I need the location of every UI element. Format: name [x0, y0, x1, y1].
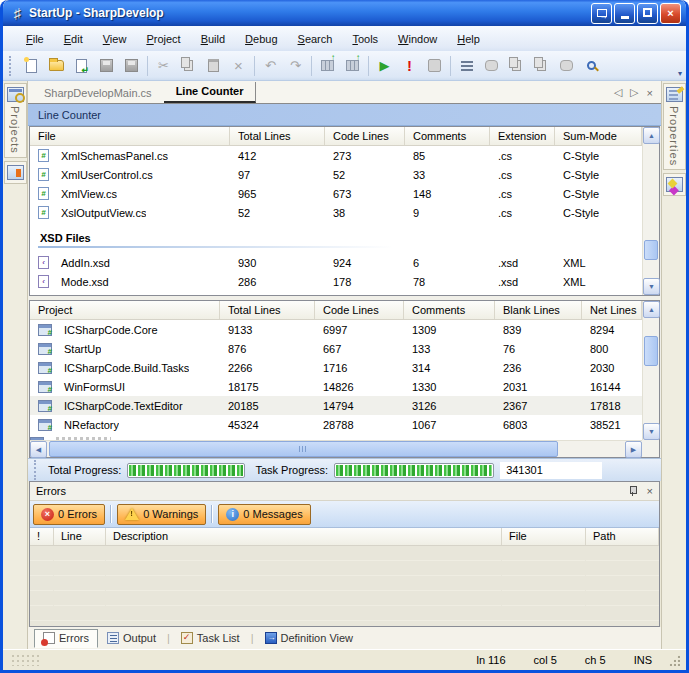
search-button[interactable] [579, 54, 604, 78]
col-blank-lines[interactable]: Blank Lines [495, 301, 582, 319]
menu-debug[interactable]: Debug [236, 30, 286, 48]
rebuild-button[interactable] [340, 54, 365, 78]
tab-task-list[interactable]: Task List [173, 630, 248, 647]
close-button[interactable]: × [660, 3, 681, 24]
prev-bookmark-button[interactable] [504, 54, 529, 78]
new-file-button[interactable] [19, 54, 44, 78]
table-row[interactable]: XmlUserControl.cs 97 52 33 .cs C-Style [30, 165, 642, 184]
undo-button[interactable]: ↶ [258, 54, 283, 78]
scroll-up-icon[interactable]: ▲ [643, 301, 660, 318]
toggle-bookmark-button[interactable] [479, 54, 504, 78]
save-all-button[interactable] [119, 54, 144, 78]
sidebar-tab-classes[interactable] [663, 173, 686, 196]
tab-scroll-right-button[interactable]: ▷ [630, 86, 638, 99]
errors-table-header[interactable]: ! Line Description File Path [30, 528, 659, 546]
scroll-up-icon[interactable]: ▲ [643, 127, 660, 144]
open-file-button[interactable] [44, 54, 69, 78]
table-row[interactable]: ICSharpCode.Core 9133 6997 1309 839 8294 [30, 320, 642, 339]
bookmark-list-button[interactable] [454, 54, 479, 78]
tab-line-counter[interactable]: Line Counter [164, 82, 257, 103]
projects-table-scrollbar[interactable]: ▲ ▼ [642, 301, 659, 440]
col-path[interactable]: Path [586, 528, 659, 545]
panel-close-icon[interactable]: × [647, 485, 653, 497]
sidebar-tab-properties[interactable]: Properties [663, 83, 686, 170]
messages-filter-button[interactable]: i 0 Messages [218, 504, 310, 525]
sidebar-tab-projects[interactable]: Projects [4, 83, 27, 158]
col-net-lines[interactable]: Net Lines [582, 301, 642, 319]
col-sum-mode[interactable]: Sum-Mode [555, 127, 642, 145]
errors-filter-button[interactable]: × 0 Errors [33, 504, 105, 525]
col-severity[interactable]: ! [30, 528, 54, 545]
table-row[interactable]: XslOutputView.cs 52 38 9 .cs C-Style [30, 203, 642, 222]
menu-file[interactable]: File [17, 30, 53, 48]
pin-icon[interactable] [629, 486, 637, 496]
col-code-lines[interactable]: Code Lines [315, 301, 404, 319]
cut-button[interactable]: ✂ [151, 54, 176, 78]
errors-panel-caption[interactable]: Errors × [30, 482, 659, 501]
scroll-right-icon[interactable]: ▶ [625, 441, 642, 458]
stop-button[interactable] [422, 54, 447, 78]
maximize-button[interactable] [637, 3, 658, 24]
col-line[interactable]: Line [54, 528, 106, 545]
sidebar-tab-tools[interactable] [4, 161, 27, 184]
col-comments[interactable]: Comments [404, 301, 495, 319]
title-bar[interactable]: ♯ StartUp - SharpDevelop × [3, 0, 686, 26]
table-row[interactable]: WinFormsUI 18175 14826 1330 2031 16144 [30, 377, 642, 396]
save-button[interactable] [94, 54, 119, 78]
scrollbar-thumb[interactable] [644, 336, 658, 366]
table-row[interactable]: XmlView.cs 965 673 148 .cs C-Style [30, 184, 642, 203]
menu-view[interactable]: View [94, 30, 136, 48]
strip-grip[interactable] [34, 460, 39, 480]
toolbar-overflow-button[interactable]: ▾ [678, 69, 682, 78]
projects-table-header[interactable]: Project Total Lines Code Lines Comments … [30, 301, 642, 320]
toolbar-grip[interactable] [9, 56, 14, 76]
col-code-lines[interactable]: Code Lines [325, 127, 405, 145]
paste-button[interactable] [201, 54, 226, 78]
minimize-button[interactable] [614, 3, 635, 24]
files-table-scrollbar[interactable]: ▲ ▼ [642, 127, 659, 295]
scrollbar-thumb[interactable] [49, 441, 558, 457]
run-button[interactable]: ▶ [372, 54, 397, 78]
tab-definition-view[interactable]: Definition View [257, 630, 362, 647]
clear-bookmarks-button[interactable] [554, 54, 579, 78]
table-row[interactable]: ICSharpCode.Build.Tasks 2266 1716 314 23… [30, 358, 642, 377]
delete-button[interactable]: × [226, 54, 251, 78]
col-total-lines[interactable]: Total Lines [220, 301, 315, 319]
menu-tools[interactable]: Tools [343, 30, 387, 48]
col-extension[interactable]: Extension [490, 127, 555, 145]
menu-project[interactable]: Project [137, 30, 189, 48]
col-file[interactable]: File [502, 528, 586, 545]
table-row[interactable]: AddIn.xsd 930 924 6 .xsd XML [30, 253, 642, 272]
copy-button[interactable] [176, 54, 201, 78]
col-description[interactable]: Description [106, 528, 502, 545]
next-bookmark-button[interactable] [529, 54, 554, 78]
tab-close-button[interactable]: × [647, 87, 653, 99]
redo-button[interactable]: ↷ [283, 54, 308, 78]
table-row[interactable]: XmlSchemasPanel.cs 412 273 85 .cs C-Styl… [30, 146, 642, 165]
menu-search[interactable]: Search [289, 30, 342, 48]
table-row[interactable]: ICSharpCode.TextEditor 20185 14794 3126 … [30, 396, 642, 415]
scrollbar-thumb[interactable] [644, 240, 658, 260]
menu-build[interactable]: Build [192, 30, 234, 48]
menu-window[interactable]: Window [389, 30, 446, 48]
col-file[interactable]: File [30, 127, 230, 145]
tab-sharpdevelopmain[interactable]: SharpDevelopMain.cs [32, 84, 164, 103]
context-help-button[interactable] [591, 3, 612, 24]
scroll-down-icon[interactable]: ▼ [643, 278, 660, 295]
run-without-debug-button[interactable]: ! [397, 54, 422, 78]
table-row[interactable]: Mode.xsd 286 178 78 .xsd XML [30, 272, 642, 291]
projects-table-hscrollbar[interactable]: ◀ ▶ [30, 440, 642, 457]
tab-scroll-left-button[interactable]: ◁ [614, 86, 622, 99]
files-table-header[interactable]: File Total Lines Code Lines Comments Ext… [30, 127, 642, 146]
col-comments[interactable]: Comments [405, 127, 490, 145]
menu-help[interactable]: Help [448, 30, 489, 48]
tab-errors[interactable]: Errors [34, 629, 98, 648]
scroll-down-icon[interactable]: ▼ [643, 423, 660, 440]
warnings-filter-button[interactable]: 0 Warnings [117, 504, 206, 525]
col-project[interactable]: Project [30, 301, 220, 319]
menu-edit[interactable]: Edit [55, 30, 92, 48]
build-button[interactable] [315, 54, 340, 78]
tab-output[interactable]: Output [99, 630, 164, 647]
save-as-button[interactable] [69, 54, 94, 78]
scroll-left-icon[interactable]: ◀ [30, 441, 47, 458]
